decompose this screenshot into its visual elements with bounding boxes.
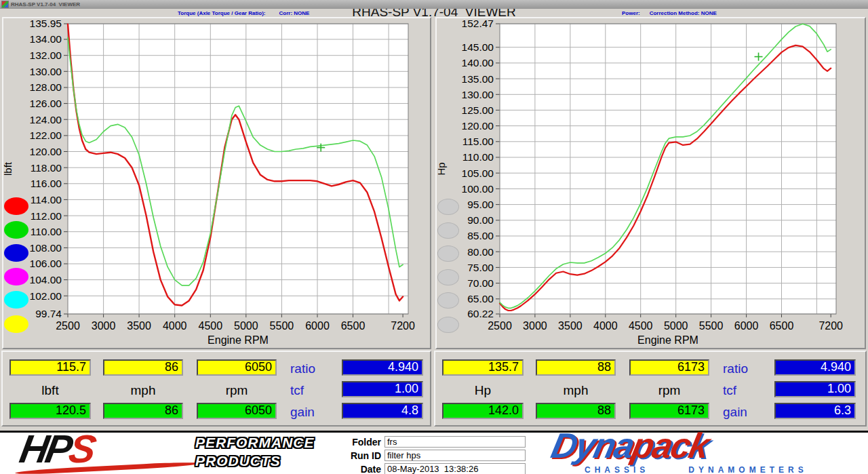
cursor-hp-value: 135.7 [442,359,524,376]
cursor2-torque-value: 120.5 [9,403,91,419]
y-tick-label: 70.00 [467,277,494,289]
channel-button-gray-5[interactable] [437,292,459,309]
y-tick-label: 122.00 [30,130,62,141]
date-label: Date [335,464,381,474]
ratio-value: 4.940 [774,359,856,376]
channel-button-gray-4[interactable] [437,269,459,285]
mph-unit-label: mph [103,383,183,398]
run-id-label: Run ID [335,450,381,461]
hps-products-text: PRODUCTS [195,453,281,469]
cursor2-rpm-value: 6173 [629,403,709,419]
y-tick-label: 128.00 [30,81,62,93]
y-tick-label: 124.00 [30,114,62,125]
channel-button-gray-3[interactable] [437,245,459,262]
x-tick-label: 6500 [341,320,366,332]
cursor-mph-value: 86 [103,359,183,376]
torque-chart[interactable]: 135.95134.00132.00130.00128.00126.00124.… [3,18,430,348]
y-tick-label: 152.47 [462,18,494,29]
y-tick-label: 135.95 [30,18,62,29]
hp-unit-label: Hp [442,383,524,398]
hps-wordmark: HPS [16,426,97,471]
y-tick-label: 95.00 [467,199,494,210]
x-tick-label: 7200 [391,320,415,332]
tcf-label: tcf [290,383,339,398]
cursor2-mph-value: 86 [103,403,183,419]
x-tick-label: 4500 [629,320,653,332]
x-tick-label: 6000 [305,320,330,332]
channel-button-cyan[interactable] [4,291,28,309]
y-tick-label: 90.00 [467,214,494,226]
torque-source-label: Torque (Axle Torque / Gear Ratio): [178,10,266,16]
x-tick-label: 4500 [199,320,223,332]
x-tick-label: 3000 [92,320,116,332]
y-tick-label: 110.00 [31,226,62,237]
cursor2-mph-value: 88 [536,403,616,419]
channel-button-red[interactable] [4,197,28,215]
x-axis-title: Engine RPM [208,334,269,346]
dynapack-dyna: Dyna [548,426,637,465]
rpm-unit-label: rpm [197,383,277,398]
cursor2-hp-value: 142.0 [442,403,524,419]
y-tick-label: 116.00 [31,178,62,189]
y-tick-label: 104.00 [30,274,62,285]
x-tick-label: 6500 [770,320,794,332]
x-tick-label: 3500 [558,320,583,332]
x-tick-label: 3500 [127,320,151,332]
date-field[interactable] [384,463,526,474]
titlebar-title: RHAS-SP V1.7-04 VIEWER [11,1,80,7]
window-titlebar[interactable]: RHAS-SP V1.7-04 VIEWER [0,0,868,9]
ratio-label: ratio [290,361,339,376]
x-tick-label: 5000 [664,320,688,332]
y-axis-title: Hp [437,162,447,175]
power-chart[interactable]: 152.47145.00140.00135.00130.00125.00120.… [437,18,865,348]
y-tick-label: 126.00 [30,98,62,109]
y-tick-label: 99.74 [35,308,62,319]
tcf-value: 1.00 [774,381,856,397]
gain-value: 6.3 [774,403,856,419]
y-tick-label: 60.22 [467,308,494,319]
channel-button-yellow[interactable] [4,315,28,333]
dynapack-logo: Dynapack CHASSISDYNAMOMETERS [551,433,864,474]
folder-label: Folder [335,437,381,448]
dynapack-dynamometers: DYNAMOMETERS [688,465,807,474]
y-tick-label: 130.00 [462,89,494,100]
x-tick-label: 3000 [523,320,547,332]
hps-logo: HPS PERFORMANCE PRODUCTS [5,433,324,473]
y-tick-label: 106.00 [30,258,62,269]
y-tick-label: 130.00 [30,66,62,77]
channel-button-blue[interactable] [4,244,28,262]
channel-button-magenta[interactable] [4,268,28,285]
torque-header-info: Torque (Axle Torque / Gear Ratio): Corr:… [178,10,309,16]
dynapack-pack: pack [629,426,712,465]
x-tick-label: 6000 [734,320,759,332]
gain-label: gain [723,405,772,420]
y-tick-label: 120.00 [30,146,62,157]
channel-button-gray-2[interactable] [437,222,459,239]
y-tick-label: 134.00 [30,33,62,45]
cursor-torque-value: 115.7 [9,359,91,376]
cursor-rpm-value: 6050 [197,359,277,376]
channel-button-gray-6[interactable] [437,317,459,333]
power-readout-panel: 135.7 88 6173 Hp mph rpm 142.0 88 6173 r… [434,351,867,427]
gain-value: 4.8 [342,403,423,419]
y-tick-label: 118.00 [31,162,62,174]
ratio-value: 4.940 [342,359,423,376]
torque-readout-panel: 115.7 86 6050 lbft mph rpm 120.5 86 6050… [1,351,431,427]
channel-button-gray-1[interactable] [437,199,459,215]
hps-performance-text: PERFORMANCE [195,435,315,451]
y-tick-label: 108.00 [30,242,62,254]
tcf-label: tcf [723,383,772,398]
power-correction-label: Correction Method: NONE [650,10,717,16]
dynapack-chassis: CHASSIS [585,465,649,474]
folder-field[interactable] [384,436,526,448]
power-header-info: Power: Correction Method: NONE [622,10,717,16]
x-tick-label: 2500 [56,320,80,332]
y-tick-label: 114.00 [31,194,62,205]
y-tick-label: 125.00 [462,104,494,116]
channel-button-green[interactable] [4,221,28,239]
y-tick-label: 102.00 [30,290,62,302]
y-tick-label: 135.00 [462,73,494,85]
y-tick-label: 132.00 [30,50,62,61]
plot-area [500,24,836,314]
run-id-field[interactable] [384,450,526,461]
